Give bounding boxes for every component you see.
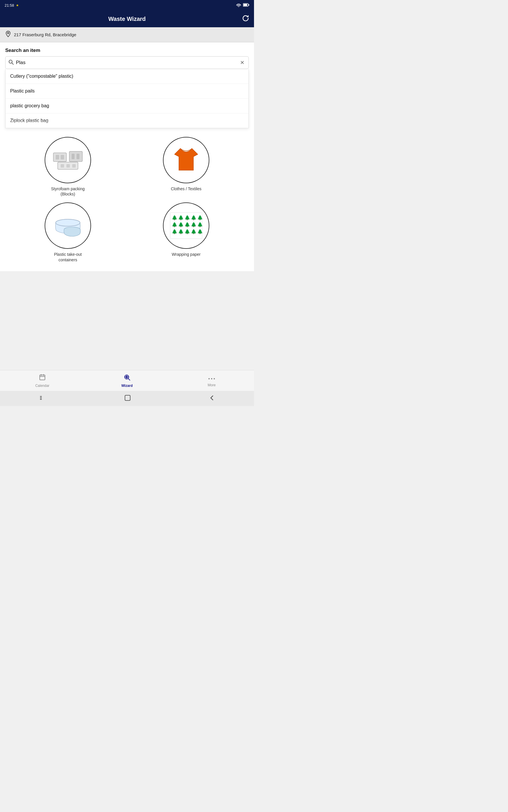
takeout-label: Plastic take-out containers	[45, 252, 91, 262]
svg-rect-6	[53, 153, 67, 162]
svg-point-47	[211, 378, 212, 379]
grid-item-clothes[interactable]: Clothes / Textiles	[130, 137, 242, 197]
svg-text:🌲: 🌲	[191, 215, 197, 220]
wrapping-circle: 🌲 🌲 🌲 🌲 🌲 🌲 🌲 🌲 🌲 🌲 🌲 🌲 🌲 🌲	[163, 203, 209, 249]
app-title: Waste Wizard	[108, 16, 145, 22]
battery-icon	[243, 3, 249, 7]
svg-line-40	[128, 378, 130, 380]
svg-rect-9	[69, 152, 82, 162]
svg-rect-52	[125, 395, 130, 400]
grid-item-takeout[interactable]: Plastic take-out containers	[12, 203, 124, 262]
dropdown-item-1[interactable]: Cutlery ("compostable" plastic)	[5, 69, 249, 84]
system-back-button[interactable]	[204, 392, 220, 405]
svg-text:🌲: 🌲	[197, 229, 203, 234]
app-header: Waste Wizard	[0, 10, 254, 27]
svg-text:🌲: 🌲	[191, 229, 197, 234]
status-right	[236, 3, 249, 8]
svg-rect-15	[72, 164, 76, 168]
location-icon	[5, 31, 11, 39]
svg-text:🌲: 🌲	[178, 222, 184, 227]
clear-search-button[interactable]: ✕	[239, 59, 246, 67]
bottom-nav: Calendar Wizard More	[0, 370, 254, 391]
search-section: Search an item ✕	[0, 42, 254, 69]
main-content: Search an item ✕ Cutlery ("compostable" …	[0, 42, 254, 271]
clothes-label: Clothes / Textiles	[171, 186, 202, 191]
more-label: More	[208, 383, 215, 387]
wrapping-label: Wrapping paper	[172, 252, 200, 257]
refresh-button[interactable]	[242, 14, 249, 24]
status-bar: 21:58 ★	[0, 0, 254, 10]
dropdown-item-4[interactable]: Ziplock plastic bag	[5, 114, 249, 128]
star-icon: ★	[16, 3, 19, 7]
status-left: 21:58 ★	[5, 3, 19, 7]
nav-item-calendar[interactable]: Calendar	[0, 370, 85, 391]
wizard-label: Wizard	[121, 384, 132, 388]
svg-rect-11	[77, 154, 79, 159]
wifi-icon	[236, 3, 241, 8]
svg-rect-13	[60, 164, 64, 168]
calendar-label: Calendar	[35, 384, 50, 388]
grid-item-styrofoam[interactable]: Styrofoam packing (Blocks)	[12, 137, 124, 197]
grid-item-wrapping[interactable]: 🌲 🌲 🌲 🌲 🌲 🌲 🌲 🌲 🌲 🌲 🌲 🌲 🌲 🌲	[130, 203, 242, 262]
svg-text:🌲: 🌲	[184, 222, 190, 227]
svg-rect-14	[67, 164, 70, 168]
svg-text:🌲: 🌲	[197, 215, 203, 220]
clothes-circle	[163, 137, 209, 183]
svg-text:🌲: 🌲	[184, 215, 190, 220]
svg-rect-7	[56, 155, 59, 160]
nav-item-more[interactable]: More	[169, 370, 254, 391]
location-address: 217 Fraserburg Rd, Bracebridge	[14, 32, 76, 37]
calendar-icon	[39, 374, 46, 383]
time-display: 21:58	[5, 3, 14, 7]
dropdown-item-2[interactable]: Plastic pails	[5, 84, 249, 98]
items-grid: Styrofoam packing (Blocks) Clothes / Tex…	[0, 128, 254, 271]
svg-rect-8	[60, 155, 64, 160]
svg-rect-2	[249, 4, 249, 5]
svg-line-5	[12, 62, 14, 65]
more-icon	[208, 374, 215, 382]
svg-text:🌲: 🌲	[178, 229, 184, 234]
svg-text:🌲: 🌲	[184, 229, 190, 234]
svg-text:🌲: 🌲	[172, 222, 177, 227]
svg-text:🌲: 🌲	[191, 222, 197, 227]
styrofoam-label: Styrofoam packing (Blocks)	[45, 186, 91, 197]
takeout-svg	[50, 211, 85, 240]
system-menu-button[interactable]	[34, 393, 52, 404]
system-home-button[interactable]	[119, 392, 136, 405]
svg-point-48	[214, 378, 215, 379]
svg-text:🌲: 🌲	[172, 229, 177, 234]
search-dropdown: Cutlery ("compostable" plastic) Plastic …	[5, 69, 249, 128]
clothes-svg	[169, 145, 204, 175]
system-nav	[0, 391, 254, 406]
styrofoam-svg	[50, 145, 85, 175]
search-input-wrapper: ✕	[5, 56, 249, 69]
svg-text:🌲: 🌲	[197, 222, 203, 227]
takeout-circle	[45, 203, 91, 249]
svg-point-3	[7, 33, 9, 34]
dropdown-item-3[interactable]: plastic grocery bag	[5, 98, 249, 114]
search-icon	[8, 59, 14, 66]
svg-text:🌲: 🌲	[172, 215, 177, 220]
svg-rect-35	[40, 375, 45, 380]
wizard-icon	[124, 374, 130, 383]
nav-item-wizard[interactable]: Wizard	[85, 370, 169, 391]
svg-text:🌲: 🌲	[178, 215, 184, 220]
wrapping-svg: 🌲 🌲 🌲 🌲 🌲 🌲 🌲 🌲 🌲 🌲 🌲 🌲 🌲 🌲	[169, 211, 204, 240]
svg-rect-1	[244, 4, 247, 6]
search-label: Search an item	[5, 48, 249, 53]
search-input[interactable]	[16, 60, 239, 66]
location-bar: 217 Fraserburg Rd, Bracebridge	[0, 27, 254, 42]
styrofoam-circle	[45, 137, 91, 183]
svg-point-46	[209, 378, 210, 379]
svg-rect-10	[72, 154, 75, 159]
